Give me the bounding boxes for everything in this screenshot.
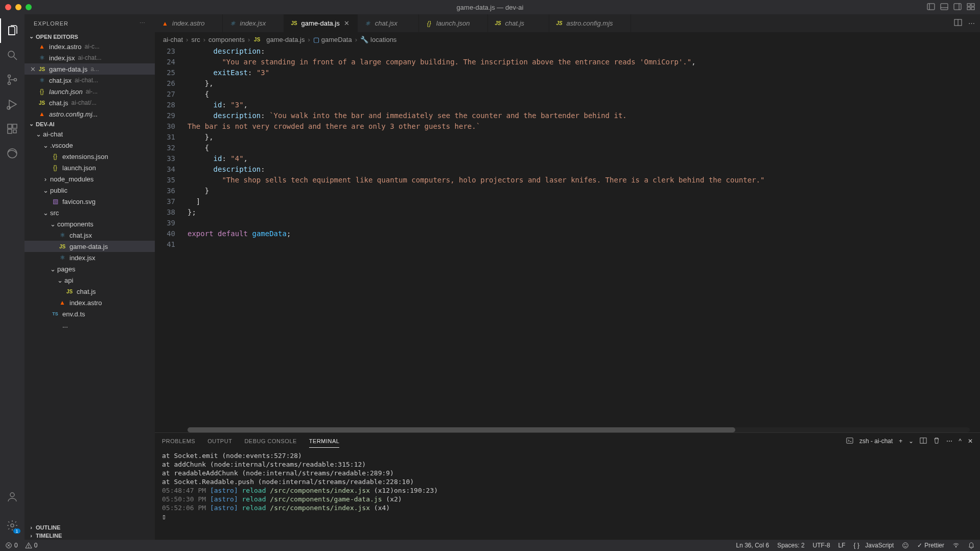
svg-rect-18 <box>8 129 12 133</box>
status-eol[interactable]: LF <box>838 542 846 549</box>
window-close-button[interactable] <box>5 4 11 10</box>
terminal-dropdown-icon[interactable]: ⌄ <box>908 438 914 445</box>
folder-ai-chat[interactable]: ⌄ai-chat <box>25 128 155 140</box>
status-line-col[interactable]: Ln 36, Col 6 <box>736 542 769 549</box>
outline-section[interactable]: ›OUTLINE <box>25 523 155 532</box>
bottom-panel: PROBLEMS OUTPUT DEBUG CONSOLE TERMINAL z… <box>155 432 980 540</box>
status-language[interactable]: { } JavaScript <box>854 542 894 549</box>
layout-panel-icon[interactable] <box>940 3 948 12</box>
open-editor-item[interactable]: ✕⚛chat.jsxai-chat... <box>25 75 155 86</box>
folder-public[interactable]: ⌄public <box>25 185 155 196</box>
file-game-data-js[interactable]: JSgame-data.js <box>25 241 155 252</box>
activity-extensions[interactable] <box>0 117 25 141</box>
split-editor-icon[interactable] <box>954 18 962 28</box>
terminal-output[interactable]: at Socket.emit (node:events:527:28) at a… <box>155 449 980 540</box>
open-editor-item[interactable]: ✕JSgame-data.jsa... <box>25 63 155 75</box>
terminal-trash-icon[interactable] <box>933 437 940 446</box>
horizontal-scrollbar[interactable] <box>188 427 970 432</box>
explorer-sidebar: EXPLORER ⋯ ⌄OPEN EDITORS ✕▲index.astroai… <box>25 14 155 540</box>
window-title: game-data.js — dev-ai <box>457 4 524 11</box>
folder-src[interactable]: ⌄src <box>25 207 155 218</box>
file-launch-json[interactable]: {}launch.json <box>25 162 155 173</box>
svg-rect-9 <box>971 7 974 10</box>
open-editor-item[interactable]: ✕JSchat.jsai-chat/... <box>25 97 155 108</box>
activity-source-control[interactable] <box>0 67 25 92</box>
status-feedback-icon[interactable] <box>902 542 909 549</box>
panel-tab-output[interactable]: OUTPUT <box>207 435 232 447</box>
window-maximize-button[interactable] <box>26 4 32 10</box>
folder-pages[interactable]: ⌄pages <box>25 263 155 274</box>
terminal-new-icon[interactable]: + <box>899 438 902 445</box>
activity-edge-icon[interactable] <box>0 141 25 166</box>
breadcrumb-item: JSgame-data.js <box>253 35 305 43</box>
tab-more-icon[interactable]: ⋯ <box>968 19 975 27</box>
svg-point-21 <box>10 493 14 497</box>
window-minimize-button[interactable] <box>15 4 21 10</box>
folder-vscode[interactable]: ⌄.vscode <box>25 140 155 151</box>
tab-close-icon[interactable]: ✕ <box>343 19 351 27</box>
code-editor[interactable]: 23242526272829303132333435363738394041 d… <box>155 46 980 432</box>
terminal-maximize-icon[interactable]: ^ <box>959 438 962 445</box>
terminal-more-icon[interactable]: ⋯ <box>946 438 952 445</box>
file-env-dts[interactable]: TSenv.d.ts <box>25 308 155 319</box>
svg-rect-2 <box>941 4 948 10</box>
editor-tab[interactable]: JSgame-data.js✕ <box>284 14 358 32</box>
close-icon[interactable]: ✕ <box>29 65 37 73</box>
settings-badge: 1 <box>13 529 20 534</box>
status-errors[interactable]: 0 <box>5 542 18 549</box>
svg-point-32 <box>28 547 29 547</box>
activity-accounts[interactable] <box>0 485 25 509</box>
open-editor-item[interactable]: ✕▲index.astroai-c... <box>25 41 155 52</box>
editor-tab[interactable]: ⚛chat.jsx✕ <box>358 14 419 32</box>
terminal-close-icon[interactable]: ✕ <box>968 438 973 445</box>
project-section[interactable]: ⌄DEV-AI <box>25 120 155 128</box>
panel-tab-terminal[interactable]: TERMINAL <box>309 435 340 448</box>
activity-explorer[interactable] <box>0 18 25 43</box>
open-editor-item[interactable]: ✕{}launch.jsonai-... <box>25 86 155 97</box>
breadcrumbs[interactable]: ai-chat› src› components› JSgame-data.js… <box>155 33 980 46</box>
activity-settings[interactable]: 1 <box>0 513 25 538</box>
panel-tab-debug[interactable]: DEBUG CONSOLE <box>244 435 296 447</box>
open-editors-section[interactable]: ⌄OPEN EDITORS <box>25 32 155 41</box>
terminal-shell-icon[interactable] <box>846 437 853 446</box>
editor-tab[interactable]: ▲index.astro✕ <box>155 14 223 32</box>
file-index-astro[interactable]: ▲index.astro <box>25 297 155 308</box>
status-warnings[interactable]: 0 <box>25 542 38 549</box>
svg-point-36 <box>955 546 956 547</box>
terminal-split-icon[interactable] <box>920 437 927 446</box>
layout-sidebar-left-icon[interactable] <box>927 3 935 12</box>
explorer-more-icon[interactable]: ⋯ <box>139 20 146 27</box>
file-more[interactable]: ... <box>25 319 155 331</box>
file-chat-js[interactable]: JSchat.js <box>25 286 155 297</box>
status-encoding[interactable]: UTF-8 <box>813 542 830 549</box>
status-bell-icon[interactable] <box>968 542 975 549</box>
breadcrumb-item: ai-chat <box>163 36 183 43</box>
folder-components[interactable]: ⌄components <box>25 218 155 229</box>
editor-area: ▲index.astro✕⚛index.jsx✕JSgame-data.js✕⚛… <box>155 14 980 540</box>
status-spaces[interactable]: Spaces: 2 <box>777 542 804 549</box>
layout-sidebar-right-icon[interactable] <box>953 3 962 12</box>
file-extensions-json[interactable]: {}extensions.json <box>25 151 155 162</box>
file-index-jsx[interactable]: ⚛index.jsx <box>25 252 155 263</box>
svg-rect-0 <box>927 4 935 10</box>
activity-run-debug[interactable] <box>0 92 25 117</box>
status-radio-icon[interactable] <box>952 542 960 549</box>
layout-customize-icon[interactable] <box>967 3 975 12</box>
status-prettier[interactable]: ✓ Prettier <box>917 542 944 549</box>
folder-api[interactable]: ⌄api <box>25 274 155 286</box>
file-tree: ⌄ai-chat ⌄.vscode {}extensions.json {}la… <box>25 128 155 523</box>
editor-tab[interactable]: JSastro.config.mjs✕ <box>549 14 631 32</box>
open-editor-item[interactable]: ✕▲astro.config.mj... <box>25 108 155 120</box>
file-chat-jsx[interactable]: ⚛chat.jsx <box>25 229 155 241</box>
editor-tab[interactable]: {}launch.json✕ <box>419 14 488 32</box>
svg-rect-19 <box>13 130 16 133</box>
timeline-section[interactable]: ›TIMELINE <box>25 532 155 540</box>
editor-tab[interactable]: ⚛index.jsx✕ <box>223 14 284 32</box>
open-editor-item[interactable]: ✕⚛index.jsxai-chat... <box>25 52 155 63</box>
folder-node-modules[interactable]: ›node_modules <box>25 173 155 185</box>
editor-tab[interactable]: JSchat.js✕ <box>488 14 549 32</box>
file-favicon-svg[interactable]: ▧favicon.svg <box>25 196 155 207</box>
activity-search[interactable] <box>0 43 25 67</box>
panel-tab-problems[interactable]: PROBLEMS <box>162 435 195 447</box>
terminal-shell-label[interactable]: zsh - ai-chat <box>859 438 893 445</box>
